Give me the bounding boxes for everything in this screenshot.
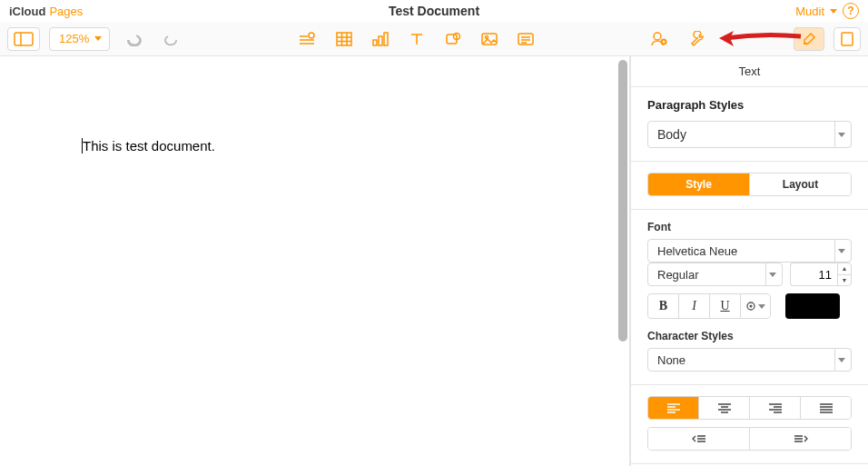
sidebar-tab-text[interactable]: Text — [631, 56, 868, 87]
style-layout-segment: Style Layout — [647, 173, 852, 196]
seg-layout[interactable]: Layout — [749, 174, 851, 195]
insert-group — [292, 27, 539, 51]
collaborate-button[interactable] — [645, 27, 674, 51]
insert-media-button[interactable] — [476, 27, 503, 51]
chevron-down-icon — [838, 249, 845, 253]
svg-point-26 — [654, 33, 661, 40]
main-area: This is test document. Text Paragraph St… — [0, 56, 868, 466]
document-body-text[interactable]: This is test document. — [82, 138, 215, 154]
canvas-area: This is test document. — [0, 56, 630, 466]
svg-rect-13 — [373, 40, 377, 45]
chevron-down-icon — [758, 304, 765, 309]
font-size-input[interactable] — [790, 263, 837, 286]
insert-shape-button[interactable] — [439, 27, 467, 51]
character-style-select[interactable]: None — [647, 348, 852, 372]
svg-rect-8 — [337, 33, 351, 45]
stepper-up[interactable]: ▲ — [838, 263, 851, 275]
italic-button[interactable]: I — [678, 293, 709, 319]
align-right-button[interactable] — [749, 397, 800, 419]
view-button[interactable] — [7, 27, 40, 51]
decrease-indent-button[interactable] — [648, 428, 749, 450]
svg-point-33 — [750, 305, 753, 308]
underline-button[interactable]: U — [709, 293, 740, 319]
chevron-down-icon — [838, 358, 845, 362]
toolbar: 125% — [0, 22, 868, 56]
font-style-select[interactable]: Regular — [647, 263, 783, 286]
insert-comment-button[interactable] — [512, 27, 539, 51]
svg-rect-30 — [804, 43, 807, 45]
insert-list-button[interactable] — [292, 27, 321, 51]
character-styles-label: Character Styles — [647, 330, 852, 342]
document-page[interactable]: This is test document. — [0, 56, 613, 466]
chevron-down-icon[interactable] — [830, 9, 837, 14]
svg-rect-14 — [379, 36, 382, 45]
format-panel-button[interactable] — [794, 27, 824, 51]
paragraph-style-select[interactable]: Body — [647, 121, 852, 148]
text-options-button[interactable] — [740, 293, 771, 319]
zoom-select[interactable]: 125% — [49, 27, 110, 51]
chevron-down-icon — [94, 36, 102, 41]
undo-button[interactable] — [119, 27, 148, 51]
insert-chart-button[interactable] — [367, 27, 394, 51]
vertical-scrollbar[interactable] — [618, 60, 627, 342]
align-left-button[interactable] — [648, 397, 698, 419]
bold-button[interactable]: B — [647, 293, 678, 319]
title-bar: iCloud Pages Test Document Mudit ? — [0, 0, 868, 22]
chevron-down-icon — [838, 133, 845, 137]
tools-button[interactable] — [683, 27, 712, 51]
svg-rect-0 — [15, 33, 33, 45]
svg-rect-15 — [384, 33, 388, 45]
increase-indent-button[interactable] — [749, 428, 851, 450]
chevron-down-icon — [769, 273, 776, 277]
alignment-segment — [647, 396, 852, 420]
align-center-button[interactable] — [698, 397, 749, 419]
indent-segment — [647, 427, 852, 451]
user-menu[interactable]: Mudit — [795, 5, 824, 18]
document-title: Test Document — [173, 4, 695, 18]
brand-pages[interactable]: Pages — [49, 5, 83, 18]
svg-rect-31 — [842, 33, 853, 45]
zoom-value: 125% — [59, 32, 89, 45]
redo-button[interactable] — [157, 27, 186, 51]
gear-icon — [745, 301, 756, 312]
format-sidebar: Text Paragraph Styles Body Style Layout … — [630, 56, 868, 466]
text-color-swatch[interactable] — [785, 293, 840, 319]
insert-text-button[interactable] — [403, 27, 430, 51]
align-justify-button[interactable] — [800, 397, 851, 419]
paragraph-styles-label: Paragraph Styles — [647, 98, 852, 112]
help-button[interactable]: ? — [843, 3, 859, 19]
document-panel-button[interactable] — [833, 27, 861, 51]
stepper-down[interactable]: ▼ — [838, 275, 851, 286]
brand-icloud[interactable]: iCloud — [9, 5, 45, 18]
font-label: Font — [647, 221, 852, 233]
insert-table-button[interactable] — [330, 27, 358, 51]
seg-style[interactable]: Style — [648, 174, 749, 195]
font-family-select[interactable]: Helvetica Neue — [647, 239, 852, 263]
font-size-stepper[interactable]: ▲ ▼ — [837, 263, 852, 286]
